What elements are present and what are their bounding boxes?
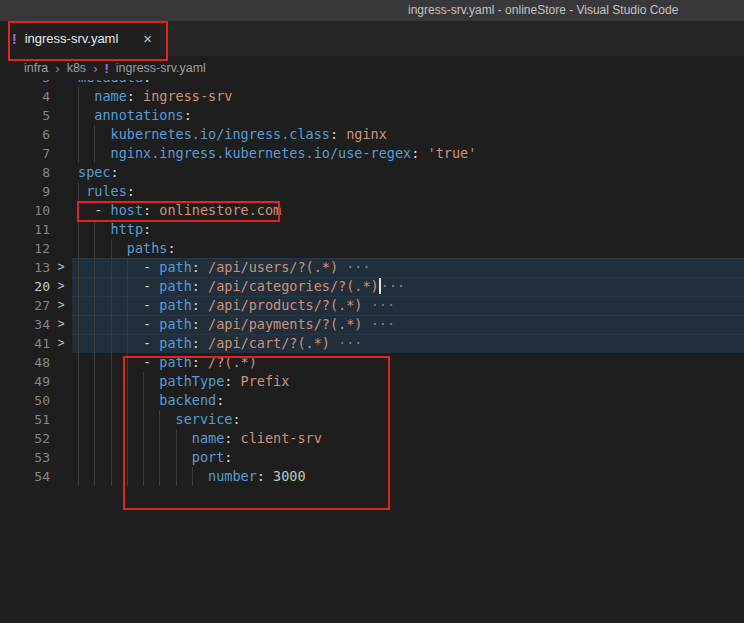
code-line-13[interactable]: 13> - path: /api/users/?(.*) ··· (0, 258, 744, 277)
fold-chevron-icon[interactable]: > (50, 315, 72, 334)
code-content[interactable]: port: (72, 448, 744, 467)
breadcrumb: infra › k8s › ! ingress-srv.yaml (0, 56, 744, 80)
code-line-34[interactable]: 34> - path: /api/payments/?(.*) ··· (0, 315, 744, 334)
tab-ingress-srv-yaml[interactable]: ! ingress-srv.yaml × (0, 21, 160, 56)
code-line-10[interactable]: 10 - host: onlinestore.com (0, 201, 744, 220)
gutter: 50 (0, 391, 72, 410)
code-line-52[interactable]: 52 name: client-srv (0, 429, 744, 448)
code-line-4[interactable]: 4 name: ingress-srv (0, 87, 744, 106)
fold-spacer (50, 448, 72, 467)
code-content[interactable]: name: ingress-srv (72, 87, 744, 106)
title-bar: ingress-srv.yaml - onlineStore - Visual … (0, 0, 744, 21)
tab-close-icon[interactable]: × (143, 30, 152, 47)
gutter: 41> (0, 334, 72, 353)
gutter: 53 (0, 448, 72, 467)
line-number: 52 (0, 429, 50, 448)
line-number: 4 (0, 87, 50, 106)
code-line-8[interactable]: 8spec: (0, 163, 744, 182)
line-number: 41 (0, 334, 50, 353)
code-content[interactable]: paths: (72, 239, 744, 258)
code-content[interactable]: - path: /?(.*) (72, 353, 744, 372)
code-content[interactable]: - host: onlinestore.com (72, 201, 744, 220)
line-number: 13 (0, 258, 50, 277)
code-content[interactable]: annotations: (72, 106, 744, 125)
editor[interactable]: 3metadata:4 name: ingress-srv5 annotatio… (0, 80, 744, 623)
fold-spacer (50, 182, 72, 201)
breadcrumb-item-file[interactable]: ingress-srv.yaml (116, 61, 206, 75)
code-line-5[interactable]: 5 annotations: (0, 106, 744, 125)
code-line-11[interactable]: 11 http: (0, 220, 744, 239)
gutter: 27> (0, 296, 72, 315)
line-number: 8 (0, 163, 50, 182)
code-text: metadata: (72, 80, 744, 87)
line-number: 20 (0, 277, 50, 296)
code-line-50[interactable]: 50 backend: (0, 391, 744, 410)
fold-spacer (50, 410, 72, 429)
code-content[interactable]: service: (72, 410, 744, 429)
code-line-12[interactable]: 12 paths: (0, 239, 744, 258)
code-text: - path: /api/products/?(.*) ··· (72, 296, 744, 315)
line-number: 51 (0, 410, 50, 429)
fold-spacer (50, 87, 72, 106)
code-text: paths: (72, 239, 744, 258)
code-content[interactable]: kubernetes.io/ingress.class: nginx (72, 125, 744, 144)
yaml-file-icon: ! (12, 31, 17, 47)
code-line-7[interactable]: 7 nginx.ingress.kubernetes.io/use-regex:… (0, 144, 744, 163)
gutter: 6 (0, 125, 72, 144)
code-content[interactable]: pathType: Prefix (72, 372, 744, 391)
code-content[interactable]: nginx.ingress.kubernetes.io/use-regex: '… (72, 144, 744, 163)
code-content[interactable]: - path: /api/payments/?(.*) ··· (72, 315, 744, 334)
code-line-48[interactable]: 48 - path: /?(.*) (0, 353, 744, 372)
fold-chevron-icon[interactable]: > (50, 258, 72, 277)
gutter: 34> (0, 315, 72, 334)
code-line-53[interactable]: 53 port: (0, 448, 744, 467)
code-content[interactable]: number: 3000 (72, 467, 744, 486)
code-content[interactable]: - path: /api/users/?(.*) ··· (72, 258, 744, 277)
fold-spacer (50, 163, 72, 182)
chevron-right-icon: › (93, 61, 97, 76)
code-content[interactable]: - path: /api/cart/?(.*) ··· (72, 334, 744, 353)
code-content[interactable]: spec: (72, 163, 744, 182)
code-content[interactable]: backend: (72, 391, 744, 410)
code-text: port: (72, 448, 744, 467)
code-content[interactable]: - path: /api/categories/?(.*)··· (72, 277, 744, 296)
fold-spacer (50, 429, 72, 448)
fold-spacer (50, 201, 72, 220)
code-content[interactable]: rules: (72, 182, 744, 201)
code-text: - host: onlinestore.com (72, 201, 744, 220)
fold-spacer (50, 80, 72, 87)
fold-chevron-icon[interactable]: > (50, 334, 72, 353)
breadcrumb-item-k8s[interactable]: k8s (67, 61, 86, 75)
code-text: service: (72, 410, 744, 429)
breadcrumb-item-infra[interactable]: infra (24, 61, 48, 75)
window-title: ingress-srv.yaml - onlineStore - Visual … (408, 0, 678, 21)
code-line-3[interactable]: 3metadata: (0, 80, 744, 87)
code-text: spec: (72, 163, 744, 182)
code-text: - path: /api/cart/?(.*) ··· (72, 334, 744, 353)
line-number: 34 (0, 315, 50, 334)
code-line-51[interactable]: 51 service: (0, 410, 744, 429)
fold-chevron-icon[interactable]: > (50, 296, 72, 315)
fold-chevron-icon[interactable]: > (50, 277, 72, 296)
code-line-20[interactable]: 20> - path: /api/categories/?(.*)··· (0, 277, 744, 296)
code-line-9[interactable]: 9 rules: (0, 182, 744, 201)
code-content[interactable]: metadata: (72, 80, 744, 87)
gutter: 10 (0, 201, 72, 220)
code-text: annotations: (72, 106, 744, 125)
line-number: 53 (0, 448, 50, 467)
code-content[interactable]: name: client-srv (72, 429, 744, 448)
code-line-6[interactable]: 6 kubernetes.io/ingress.class: nginx (0, 125, 744, 144)
line-number: 11 (0, 220, 50, 239)
tab-label: ingress-srv.yaml (25, 31, 138, 46)
fold-spacer (50, 125, 72, 144)
code-line-54[interactable]: 54 number: 3000 (0, 467, 744, 486)
code-text: - path: /api/payments/?(.*) ··· (72, 315, 744, 334)
code-content[interactable]: - path: /api/products/?(.*) ··· (72, 296, 744, 315)
code-line-27[interactable]: 27> - path: /api/products/?(.*) ··· (0, 296, 744, 315)
line-number: 3 (0, 80, 50, 87)
line-number: 27 (0, 296, 50, 315)
code-line-49[interactable]: 49 pathType: Prefix (0, 372, 744, 391)
code-line-41[interactable]: 41> - path: /api/cart/?(.*) ··· (0, 334, 744, 353)
code-content[interactable]: http: (72, 220, 744, 239)
gutter: 52 (0, 429, 72, 448)
